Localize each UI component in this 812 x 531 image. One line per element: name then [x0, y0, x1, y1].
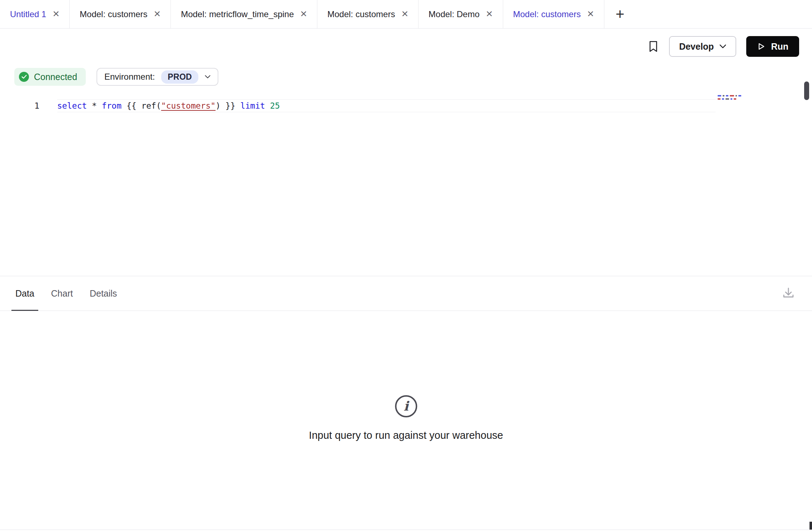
download-icon [781, 286, 796, 301]
close-icon[interactable]: × [154, 8, 160, 19]
close-icon[interactable]: × [300, 8, 307, 19]
chevron-down-icon [719, 44, 726, 49]
ide-window: Untitled 1 × Model: customers × Model: m… [0, 0, 812, 531]
info-icon: i [395, 395, 417, 417]
empty-state: i Input query to run against your wareho… [309, 395, 503, 441]
code-token [265, 101, 270, 110]
close-icon[interactable]: × [401, 8, 408, 19]
code-token-ref-link[interactable]: "customers" [161, 101, 216, 110]
environment-value-badge: PROD [161, 70, 198, 84]
panel-scrollbar[interactable] [809, 522, 812, 530]
tab-model-customers-1[interactable]: Model: customers × [70, 0, 171, 28]
download-button[interactable] [781, 286, 796, 301]
tab-label: Model: customers [327, 9, 395, 19]
minimap[interactable] [718, 95, 751, 101]
tab-details[interactable]: Details [90, 276, 117, 311]
toolbar: Develop Run [0, 29, 812, 64]
tab-model-customers-2[interactable]: Model: customers × [317, 0, 419, 28]
environment-selector[interactable]: Environment: PROD [96, 68, 218, 86]
play-icon [757, 42, 766, 51]
run-button[interactable]: Run [746, 36, 799, 57]
run-button-label: Run [771, 41, 788, 52]
develop-button-label: Develop [679, 41, 714, 52]
line-number: 1 [0, 99, 39, 112]
bookmark-button[interactable] [648, 40, 659, 53]
tab-label: Model: metricflow_time_spine [181, 9, 294, 19]
editor-scrollbar[interactable] [804, 81, 809, 100]
new-tab-button[interactable]: + [604, 0, 636, 28]
close-icon[interactable]: × [486, 8, 493, 19]
code-token: 25 [270, 101, 280, 110]
bookmark-icon [648, 40, 659, 53]
close-icon[interactable]: × [587, 8, 594, 19]
tab-label: Model: customers [513, 9, 581, 19]
connection-status-badge[interactable]: Connected [14, 68, 86, 86]
tab-model-metricflow-time-spine[interactable]: Model: metricflow_time_spine × [171, 0, 317, 28]
tab-model-demo[interactable]: Model: Demo × [419, 0, 503, 28]
tab-label: Untitled 1 [10, 9, 46, 19]
code-token: ) }} [216, 101, 240, 110]
results-tab-bar: Data Chart Details [0, 276, 812, 311]
code-editor[interactable]: 1 select * from {{ ref( "customers" ) }}… [0, 89, 812, 276]
code-token: * [87, 101, 102, 110]
tab-label: Model: customers [80, 9, 147, 19]
code-token: {{ ref( [122, 101, 161, 110]
code-token: from [102, 101, 122, 110]
code-token: limit [240, 101, 265, 110]
check-circle-icon [19, 72, 29, 82]
connection-status-label: Connected [34, 72, 77, 82]
tab-label: Model: Demo [429, 9, 480, 19]
tab-untitled-1[interactable]: Untitled 1 × [0, 0, 70, 28]
develop-button[interactable]: Develop [669, 36, 736, 57]
code-token: select [57, 101, 87, 110]
code-line-1[interactable]: select * from {{ ref( "customers" ) }} l… [57, 99, 716, 112]
tab-chart[interactable]: Chart [51, 276, 73, 311]
close-icon[interactable]: × [53, 8, 59, 19]
tab-model-customers-3[interactable]: Model: customers × [503, 0, 604, 28]
results-panel: i Input query to run against your wareho… [0, 311, 812, 530]
empty-state-message: Input query to run against your warehous… [309, 430, 503, 441]
environment-label: Environment: [104, 72, 155, 82]
status-row: Connected Environment: PROD [0, 64, 812, 89]
chevron-down-icon [205, 75, 211, 79]
tab-data[interactable]: Data [15, 276, 34, 311]
tab-bar: Untitled 1 × Model: customers × Model: m… [0, 0, 812, 29]
